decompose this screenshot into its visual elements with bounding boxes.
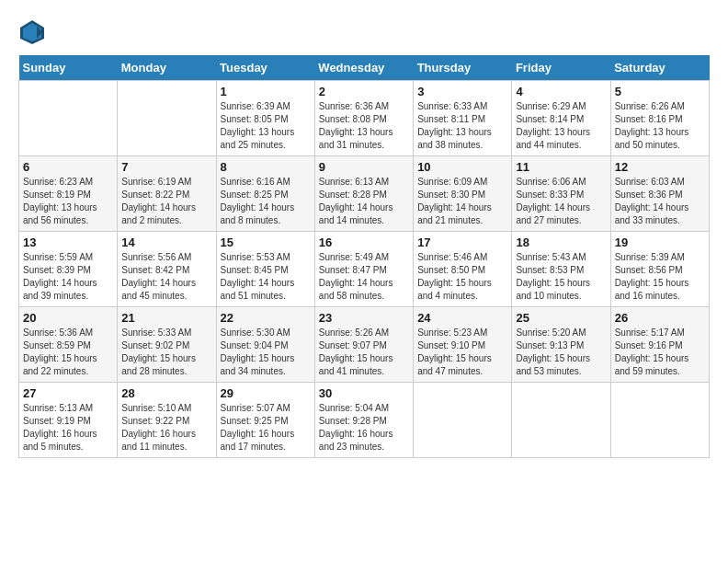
day-number: 14 (121, 236, 211, 249)
calendar-cell: 15Sunrise: 5:53 AM Sunset: 8:45 PM Dayli… (216, 232, 314, 307)
calendar-cell: 13Sunrise: 5:59 AM Sunset: 8:39 PM Dayli… (19, 232, 118, 307)
day-info: Sunrise: 5:39 AM Sunset: 8:56 PM Dayligh… (615, 251, 705, 303)
calendar-cell: 24Sunrise: 5:23 AM Sunset: 9:10 PM Dayli… (414, 307, 512, 383)
day-number: 23 (319, 311, 409, 325)
calendar-cell (414, 383, 512, 458)
day-info: Sunrise: 5:56 AM Sunset: 8:42 PM Dayligh… (121, 251, 211, 303)
day-info: Sunrise: 5:17 AM Sunset: 9:16 PM Dayligh… (615, 327, 705, 378)
day-number: 2 (319, 85, 409, 98)
day-info: Sunrise: 5:53 AM Sunset: 8:45 PM Dayligh… (221, 251, 311, 303)
calendar-cell: 25Sunrise: 5:20 AM Sunset: 9:13 PM Dayli… (512, 307, 610, 383)
day-number: 22 (221, 311, 311, 325)
day-info: Sunrise: 6:16 AM Sunset: 8:25 PM Dayligh… (221, 176, 311, 227)
page-header (18, 18, 710, 46)
day-info: Sunrise: 5:23 AM Sunset: 9:10 PM Dayligh… (417, 327, 507, 378)
calendar-cell: 10Sunrise: 6:09 AM Sunset: 8:30 PM Dayli… (414, 156, 512, 232)
day-info: Sunrise: 5:20 AM Sunset: 9:13 PM Dayligh… (516, 327, 606, 378)
calendar-cell: 17Sunrise: 5:46 AM Sunset: 8:50 PM Dayli… (414, 232, 512, 307)
day-number: 15 (221, 236, 311, 249)
day-info: Sunrise: 6:36 AM Sunset: 8:08 PM Dayligh… (319, 100, 409, 152)
calendar-week-4: 20Sunrise: 5:36 AM Sunset: 8:59 PM Dayli… (19, 307, 710, 383)
weekday-header-wednesday: Wednesday (314, 55, 413, 81)
weekday-header-thursday: Thursday (414, 55, 512, 81)
day-number: 27 (23, 386, 113, 400)
weekday-header-row: SundayMondayTuesdayWednesdayThursdayFrid… (19, 55, 710, 81)
calendar-cell: 16Sunrise: 5:49 AM Sunset: 8:47 PM Dayli… (314, 232, 413, 307)
calendar-week-1: 1Sunrise: 6:39 AM Sunset: 8:05 PM Daylig… (19, 81, 710, 156)
day-info: Sunrise: 5:43 AM Sunset: 8:53 PM Dayligh… (516, 251, 606, 303)
calendar-cell (19, 81, 118, 156)
day-number: 16 (319, 236, 409, 249)
calendar-cell: 18Sunrise: 5:43 AM Sunset: 8:53 PM Dayli… (512, 232, 610, 307)
calendar-header: SundayMondayTuesdayWednesdayThursdayFrid… (19, 55, 710, 81)
calendar-cell (610, 383, 709, 458)
day-number: 11 (516, 160, 606, 174)
calendar-cell: 7Sunrise: 6:19 AM Sunset: 8:22 PM Daylig… (118, 156, 216, 232)
day-number: 10 (417, 160, 507, 174)
weekday-header-sunday: Sunday (19, 55, 118, 81)
calendar-cell: 28Sunrise: 5:10 AM Sunset: 9:22 PM Dayli… (118, 383, 216, 458)
day-info: Sunrise: 6:09 AM Sunset: 8:30 PM Dayligh… (417, 176, 507, 227)
calendar-cell: 21Sunrise: 5:33 AM Sunset: 9:02 PM Dayli… (118, 307, 216, 383)
weekday-header-monday: Monday (118, 55, 216, 81)
day-number: 6 (23, 160, 113, 174)
day-number: 5 (615, 85, 705, 98)
day-info: Sunrise: 6:13 AM Sunset: 8:28 PM Dayligh… (319, 176, 409, 227)
day-info: Sunrise: 5:07 AM Sunset: 9:25 PM Dayligh… (221, 402, 311, 454)
day-number: 19 (615, 236, 705, 249)
day-info: Sunrise: 5:33 AM Sunset: 9:02 PM Dayligh… (121, 327, 211, 378)
calendar-cell: 20Sunrise: 5:36 AM Sunset: 8:59 PM Dayli… (19, 307, 118, 383)
calendar-cell: 22Sunrise: 5:30 AM Sunset: 9:04 PM Dayli… (216, 307, 314, 383)
day-number: 30 (319, 386, 409, 400)
calendar-cell: 2Sunrise: 6:36 AM Sunset: 8:08 PM Daylig… (314, 81, 413, 156)
calendar-cell: 6Sunrise: 6:23 AM Sunset: 8:19 PM Daylig… (19, 156, 118, 232)
day-number: 4 (516, 85, 606, 98)
day-info: Sunrise: 5:49 AM Sunset: 8:47 PM Dayligh… (319, 251, 409, 303)
day-info: Sunrise: 5:46 AM Sunset: 8:50 PM Dayligh… (417, 251, 507, 303)
weekday-header-friday: Friday (512, 55, 610, 81)
day-info: Sunrise: 6:33 AM Sunset: 8:11 PM Dayligh… (417, 100, 507, 152)
day-number: 1 (221, 85, 311, 98)
day-number: 21 (121, 311, 211, 325)
day-number: 25 (516, 311, 606, 325)
day-info: Sunrise: 6:03 AM Sunset: 8:36 PM Dayligh… (615, 176, 705, 227)
day-info: Sunrise: 6:23 AM Sunset: 8:19 PM Dayligh… (23, 176, 113, 227)
calendar-cell: 14Sunrise: 5:56 AM Sunset: 8:42 PM Dayli… (118, 232, 216, 307)
calendar-cell: 11Sunrise: 6:06 AM Sunset: 8:33 PM Dayli… (512, 156, 610, 232)
calendar-cell: 8Sunrise: 6:16 AM Sunset: 8:25 PM Daylig… (216, 156, 314, 232)
day-info: Sunrise: 5:59 AM Sunset: 8:39 PM Dayligh… (23, 251, 113, 303)
calendar-cell: 26Sunrise: 5:17 AM Sunset: 9:16 PM Dayli… (610, 307, 709, 383)
day-info: Sunrise: 6:29 AM Sunset: 8:14 PM Dayligh… (516, 100, 606, 152)
calendar-cell: 3Sunrise: 6:33 AM Sunset: 8:11 PM Daylig… (414, 81, 512, 156)
calendar-cell: 12Sunrise: 6:03 AM Sunset: 8:36 PM Dayli… (610, 156, 709, 232)
calendar-body: 1Sunrise: 6:39 AM Sunset: 8:05 PM Daylig… (19, 81, 710, 458)
day-info: Sunrise: 6:19 AM Sunset: 8:22 PM Dayligh… (121, 176, 211, 227)
logo-icon (18, 18, 46, 46)
day-number: 28 (121, 386, 211, 400)
day-number: 13 (23, 236, 113, 249)
day-info: Sunrise: 5:30 AM Sunset: 9:04 PM Dayligh… (221, 327, 311, 378)
calendar-cell: 27Sunrise: 5:13 AM Sunset: 9:19 PM Dayli… (19, 383, 118, 458)
day-info: Sunrise: 6:39 AM Sunset: 8:05 PM Dayligh… (221, 100, 311, 152)
calendar-cell: 5Sunrise: 6:26 AM Sunset: 8:16 PM Daylig… (610, 81, 709, 156)
day-number: 29 (221, 386, 311, 400)
weekday-header-tuesday: Tuesday (216, 55, 314, 81)
calendar-cell: 4Sunrise: 6:29 AM Sunset: 8:14 PM Daylig… (512, 81, 610, 156)
calendar-cell: 9Sunrise: 6:13 AM Sunset: 8:28 PM Daylig… (314, 156, 413, 232)
calendar-cell (118, 81, 216, 156)
calendar-cell: 30Sunrise: 5:04 AM Sunset: 9:28 PM Dayli… (314, 383, 413, 458)
day-number: 7 (121, 160, 211, 174)
calendar-cell: 19Sunrise: 5:39 AM Sunset: 8:56 PM Dayli… (610, 232, 709, 307)
day-number: 3 (417, 85, 507, 98)
calendar-cell (512, 383, 610, 458)
day-number: 24 (417, 311, 507, 325)
calendar-cell: 29Sunrise: 5:07 AM Sunset: 9:25 PM Dayli… (216, 383, 314, 458)
calendar-week-2: 6Sunrise: 6:23 AM Sunset: 8:19 PM Daylig… (19, 156, 710, 232)
day-number: 17 (417, 236, 507, 249)
day-number: 12 (615, 160, 705, 174)
calendar-week-5: 27Sunrise: 5:13 AM Sunset: 9:19 PM Dayli… (19, 383, 710, 458)
day-info: Sunrise: 5:10 AM Sunset: 9:22 PM Dayligh… (121, 402, 211, 454)
day-number: 18 (516, 236, 606, 249)
day-number: 26 (615, 311, 705, 325)
day-number: 8 (221, 160, 311, 174)
